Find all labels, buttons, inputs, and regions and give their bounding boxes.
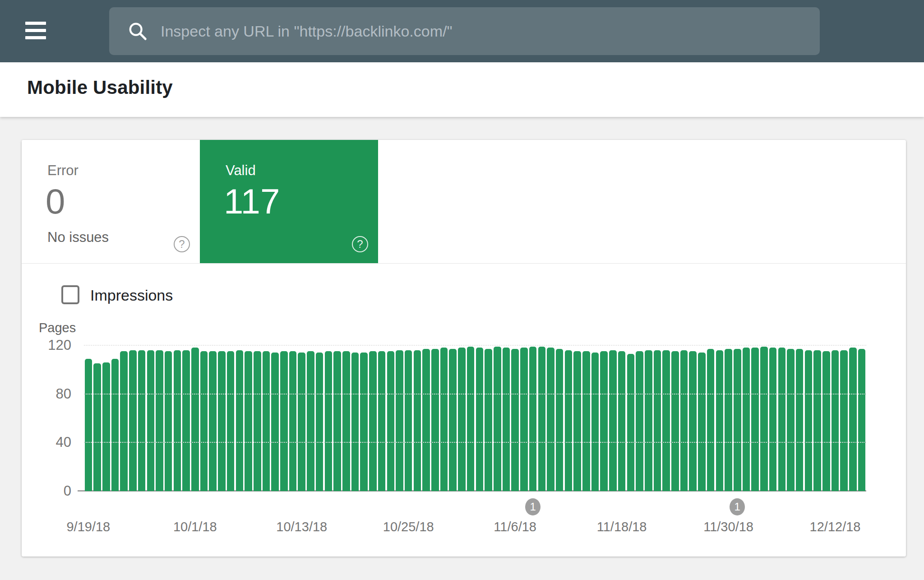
bar[interactable] — [743, 348, 750, 491]
bar[interactable] — [538, 347, 546, 491]
bar[interactable] — [734, 349, 741, 491]
bar[interactable] — [636, 351, 643, 491]
bar[interactable] — [467, 347, 475, 491]
bar[interactable] — [147, 350, 155, 491]
bar[interactable] — [751, 348, 759, 491]
bar[interactable] — [351, 353, 359, 491]
bar[interactable] — [405, 350, 412, 491]
search-input[interactable] — [148, 7, 820, 55]
bar[interactable] — [236, 350, 244, 491]
impressions-checkbox[interactable] — [61, 285, 79, 304]
bar[interactable] — [716, 350, 724, 491]
bar[interactable] — [458, 348, 466, 491]
impressions-label[interactable]: Impressions — [90, 287, 173, 304]
bar[interactable] — [547, 348, 554, 491]
bar[interactable] — [520, 348, 528, 491]
bar[interactable] — [174, 350, 181, 491]
bar[interactable] — [680, 350, 688, 491]
bar[interactable] — [85, 359, 92, 491]
bar[interactable] — [582, 351, 590, 491]
bar[interactable] — [565, 350, 573, 491]
bar[interactable] — [627, 354, 635, 491]
bar[interactable] — [156, 350, 163, 491]
annotation-marker[interactable]: 1 — [730, 498, 745, 515]
bar[interactable] — [485, 349, 492, 491]
bar[interactable] — [849, 348, 857, 491]
bar[interactable] — [511, 349, 519, 491]
bar[interactable] — [182, 350, 190, 491]
bar[interactable] — [503, 348, 510, 491]
bar[interactable] — [778, 348, 786, 491]
bar[interactable] — [591, 353, 599, 491]
valid-help-icon[interactable]: ? — [352, 236, 368, 252]
bar[interactable] — [805, 350, 813, 491]
bar[interactable] — [280, 351, 288, 491]
bar[interactable] — [654, 350, 661, 491]
bar[interactable] — [796, 349, 804, 491]
bar[interactable] — [671, 351, 679, 491]
bar[interactable] — [165, 351, 172, 491]
bar[interactable] — [618, 351, 626, 491]
bar[interactable] — [573, 351, 581, 491]
bar[interactable] — [387, 351, 395, 491]
bar[interactable] — [813, 350, 821, 491]
bar[interactable] — [431, 349, 439, 491]
bar[interactable] — [529, 347, 537, 491]
bar[interactable] — [422, 349, 430, 491]
url-inspection-searchbox[interactable] — [109, 7, 820, 55]
valid-summary-card[interactable]: Valid 117 ? — [200, 140, 378, 263]
bar[interactable] — [698, 353, 706, 491]
bar[interactable] — [120, 351, 128, 491]
hamburger-menu-icon[interactable] — [25, 22, 46, 41]
bar[interactable] — [725, 349, 732, 491]
error-help-icon[interactable]: ? — [174, 236, 190, 252]
bar[interactable] — [102, 362, 110, 491]
bar[interactable] — [414, 350, 421, 491]
bar[interactable] — [662, 350, 670, 491]
bar[interactable] — [263, 351, 270, 491]
bar[interactable] — [209, 351, 217, 491]
annotation-marker[interactable]: 1 — [525, 498, 541, 515]
bar[interactable] — [254, 351, 261, 491]
bar[interactable] — [191, 348, 199, 491]
bar[interactable] — [111, 359, 119, 491]
bar[interactable] — [645, 350, 652, 491]
bar[interactable] — [378, 351, 386, 491]
bar[interactable] — [200, 351, 208, 491]
bar[interactable] — [307, 351, 314, 491]
bar[interactable] — [689, 351, 697, 491]
bar[interactable] — [298, 353, 305, 491]
bar[interactable] — [271, 353, 279, 491]
bar[interactable] — [822, 351, 830, 491]
bar[interactable] — [342, 351, 350, 491]
bar[interactable] — [494, 347, 501, 491]
bar[interactable] — [832, 350, 839, 491]
bar[interactable] — [556, 349, 564, 491]
bar[interactable] — [609, 350, 617, 491]
bar[interactable] — [360, 353, 368, 491]
bar[interactable] — [600, 351, 608, 491]
bar[interactable] — [218, 351, 226, 491]
bar[interactable] — [227, 351, 235, 491]
bar[interactable] — [325, 351, 333, 491]
bar[interactable] — [840, 350, 848, 491]
bar[interactable] — [93, 363, 101, 491]
bar[interactable] — [440, 348, 448, 491]
bar[interactable] — [449, 349, 457, 491]
bar[interactable] — [245, 351, 252, 491]
bar[interactable] — [787, 349, 795, 491]
bar[interactable] — [129, 350, 137, 491]
bar[interactable] — [369, 351, 377, 491]
bar[interactable] — [289, 351, 297, 491]
error-summary-card[interactable]: Error 0 No issues ? — [22, 140, 200, 263]
bar[interactable] — [707, 349, 715, 491]
bar[interactable] — [396, 350, 403, 491]
bar[interactable] — [476, 348, 484, 491]
bar[interactable] — [138, 350, 146, 491]
bar[interactable] — [769, 348, 777, 491]
bar[interactable] — [316, 353, 323, 491]
bar[interactable] — [333, 351, 341, 491]
plot-area[interactable] — [84, 345, 866, 491]
bar[interactable] — [760, 347, 768, 491]
bar[interactable] — [858, 349, 866, 491]
